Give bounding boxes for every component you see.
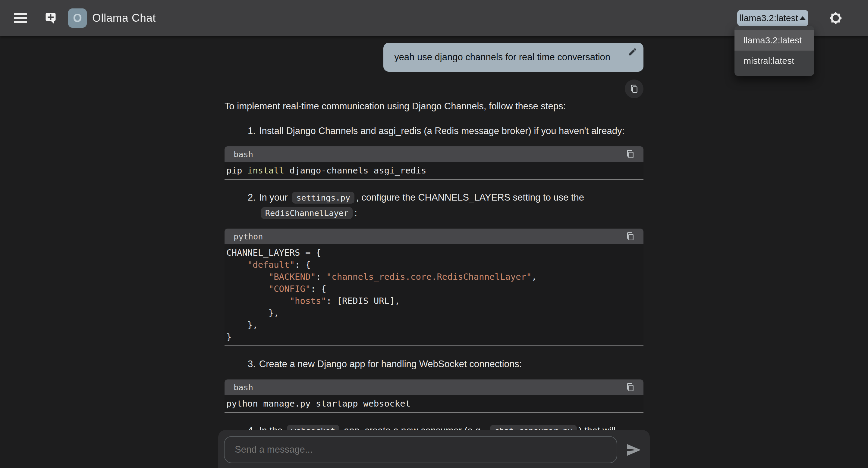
code-line: pip install django-channels asgi_redis — [226, 164, 641, 176]
send-button[interactable] — [626, 442, 641, 458]
code-line: }, — [226, 319, 641, 331]
step-number: 2. — [248, 190, 255, 221]
code-line: "BACKEND": "channels_redis.core.RedisCha… — [226, 271, 641, 283]
inline-code: RedisChannelLayer — [261, 207, 352, 219]
list-item-1: 1. Install Django Channels and asgi_redi… — [224, 124, 644, 138]
copy-icon — [625, 382, 635, 392]
list-item-2: 2. In your settings.py, configure the CH… — [224, 190, 644, 221]
code-body: python manage.py startapp websocket — [224, 395, 644, 413]
copy-code-button[interactable] — [624, 381, 636, 393]
list-item-3: 3. Create a new Django app for handling … — [224, 357, 644, 372]
code-line: } — [226, 331, 641, 343]
copy-icon — [625, 231, 635, 241]
copy-code-button[interactable] — [624, 230, 636, 242]
inline-code: settings.py — [292, 192, 354, 204]
new-chat-icon[interactable] — [44, 11, 57, 25]
pencil-icon — [628, 47, 638, 57]
code-language-label: bash — [234, 383, 253, 392]
step-number: 1. — [248, 124, 255, 138]
code-line: "default": { — [226, 259, 641, 271]
model-selector-label: llama3.2:latest — [740, 13, 798, 23]
composer-bar — [218, 430, 650, 468]
app-logo: O — [68, 8, 87, 28]
copy-icon — [629, 84, 639, 94]
code-line: "CONFIG": { — [226, 283, 641, 295]
step-number: 3. — [248, 357, 255, 372]
edit-message-button[interactable] — [628, 47, 638, 57]
caret-up-icon — [799, 16, 806, 20]
copy-icon — [625, 149, 635, 159]
model-option-mistral[interactable]: mistral:latest — [735, 51, 814, 71]
copy-message-button[interactable] — [625, 79, 644, 98]
model-option-llama[interactable]: llama3.2:latest — [735, 30, 814, 51]
message-input[interactable] — [224, 436, 617, 463]
model-selector-button[interactable]: llama3.2:latest — [737, 10, 808, 26]
code-block-bash-2: bash python manage.py startapp websocket — [224, 379, 644, 413]
step-text-segment: Install Django Channels and asgi_redis (… — [259, 126, 624, 136]
code-block-header: bash — [224, 379, 644, 395]
page-title: Ollama Chat — [92, 12, 156, 24]
code-block-bash-1: bash pip install django-channels asgi_re… — [224, 146, 644, 180]
code-line: }, — [226, 307, 641, 319]
send-icon — [626, 442, 641, 458]
model-dropdown: llama3.2:latest mistral:latest — [735, 26, 814, 76]
step-text-segment: , configure the CHANNELS_LAYERS setting … — [356, 192, 584, 203]
step-text: In your settings.py, configure the CHANN… — [259, 190, 644, 221]
copy-code-button[interactable] — [624, 148, 636, 160]
chat-thread: yeah use django channels for real time c… — [224, 0, 644, 438]
code-language-label: python — [234, 232, 263, 241]
code-block-header: python — [224, 229, 644, 244]
assistant-intro-text: To implement real-time communication usi… — [224, 99, 644, 113]
user-message-text: yeah use django channels for real time c… — [394, 52, 610, 62]
code-block-python: python CHANNEL_LAYERS = { "default": { "… — [224, 229, 644, 346]
code-body: pip install django-channels asgi_redis — [224, 162, 644, 180]
user-message-row: yeah use django channels for real time c… — [224, 43, 644, 72]
user-message-bubble: yeah use django channels for real time c… — [383, 43, 644, 72]
message-actions-row — [224, 79, 644, 98]
code-line: CHANNEL_LAYERS = { — [226, 247, 641, 259]
step-text: Install Django Channels and asgi_redis (… — [259, 124, 644, 138]
code-body: CHANNEL_LAYERS = { "default": { "BACKEND… — [224, 244, 644, 346]
step-text-segment: In your — [259, 192, 290, 203]
code-language-label: bash — [234, 150, 253, 159]
step-text-segment: Create a new Django app for handling Web… — [259, 359, 522, 369]
code-block-header: bash — [224, 146, 644, 162]
code-line: python manage.py startapp websocket — [226, 398, 641, 409]
hamburger-menu-icon[interactable] — [14, 13, 27, 23]
assistant-message: To implement real-time communication usi… — [224, 99, 644, 438]
step-text: Create a new Django app for handling Web… — [259, 357, 644, 372]
logo-letter: O — [73, 12, 82, 25]
code-line: "hosts": [REDIS_URL], — [226, 295, 641, 307]
settings-gear-icon[interactable] — [828, 10, 843, 26]
step-text-segment: : — [354, 207, 357, 218]
